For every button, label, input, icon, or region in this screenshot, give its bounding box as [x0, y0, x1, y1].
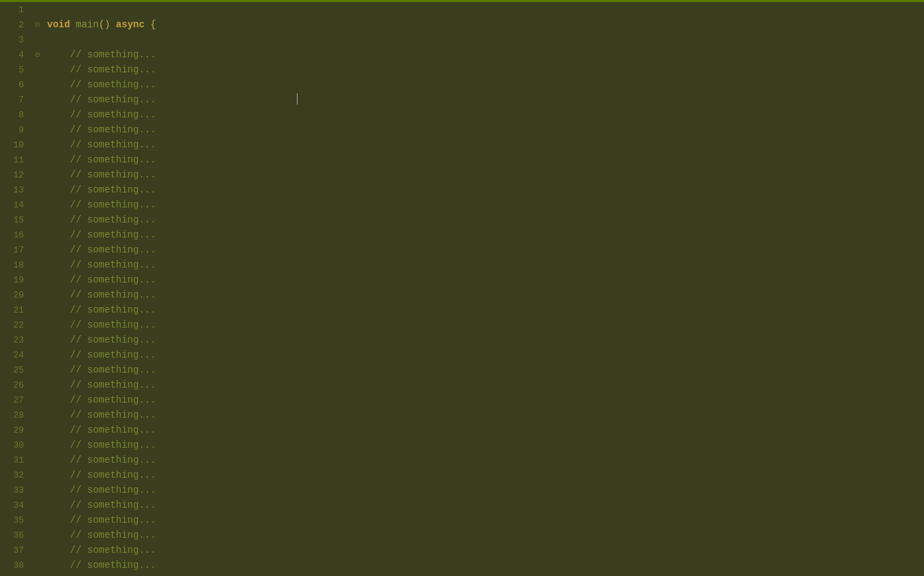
line-content[interactable]: // something... [44, 184, 924, 195]
comment-text: // something... [47, 289, 156, 300]
line-content[interactable]: // something... [44, 470, 924, 480]
line-content[interactable]: // something... [44, 154, 924, 165]
line-number: 26 [0, 380, 31, 390]
code-line: 3 [0, 32, 924, 47]
comment-text: // something... [47, 334, 156, 345]
code-line: 9 // something... [0, 122, 924, 137]
code-editor[interactable]: 12⊟void main() async {34⊟ // something..… [0, 0, 924, 576]
line-content[interactable]: // something... [44, 379, 924, 390]
code-line: 8 // something... [0, 107, 924, 122]
comment-text: // something... [47, 515, 156, 525]
line-content[interactable]: // something... [44, 94, 924, 105]
code-line: 33 // something... [0, 483, 924, 498]
line-content[interactable]: // something... [44, 440, 924, 450]
line-number: 9 [0, 125, 31, 135]
line-content[interactable]: // something... [44, 334, 924, 345]
line-number: 27 [0, 395, 31, 405]
line-number: 8 [0, 110, 31, 120]
line-content[interactable]: // something... [44, 515, 924, 525]
code-line: 19 // something... [0, 272, 924, 287]
line-content[interactable]: // something... [44, 274, 924, 285]
line-content[interactable]: // something... [44, 49, 924, 60]
line-content[interactable]: // something... [44, 424, 924, 435]
code-line: 20 // something... [0, 287, 924, 302]
line-number: 32 [0, 470, 31, 480]
line-number: 37 [0, 545, 31, 556]
line-number: 11 [0, 155, 31, 165]
comment-text: // something... [47, 545, 156, 556]
function-name: main [76, 19, 99, 30]
line-content[interactable]: // something... [44, 244, 924, 255]
line-number: 25 [0, 365, 31, 375]
gutter-icon[interactable]: ⊟ [31, 20, 44, 29]
line-content[interactable]: // something... [44, 289, 924, 300]
comment-text: // something... [47, 214, 156, 225]
line-content[interactable]: // something... [44, 530, 924, 541]
code-line: 14 // something... [0, 197, 924, 212]
line-content[interactable]: // something... [44, 124, 924, 135]
line-content[interactable]: // something... [44, 560, 924, 571]
line-number: 1 [0, 5, 31, 15]
line-content[interactable]: // something... [44, 139, 924, 150]
line-content[interactable]: // something... [44, 409, 924, 420]
code-line: 30 // something... [0, 437, 924, 452]
line-content[interactable]: // something... [44, 259, 924, 270]
gutter-icon[interactable]: ⊟ [31, 51, 44, 59]
line-content[interactable]: // something... [44, 394, 924, 405]
line-content[interactable]: // something... [44, 64, 924, 75]
line-content[interactable]: // something... [44, 169, 924, 180]
comment-text: // something... [47, 349, 156, 360]
comment-text: // something... [47, 440, 156, 450]
comment-text: // something... [47, 109, 156, 120]
line-content[interactable]: // something... [44, 109, 924, 120]
comment-text: // something... [47, 274, 156, 285]
code-area[interactable]: 12⊟void main() async {34⊟ // something..… [0, 2, 924, 576]
code-line: 25 // something... [0, 362, 924, 377]
line-number: 22 [0, 320, 31, 330]
code-line: 11 // something... [0, 152, 924, 167]
punctuation: () [99, 19, 111, 30]
line-content[interactable]: // something... [44, 349, 924, 360]
comment-text: // something... [47, 139, 156, 150]
line-content[interactable]: // something... [44, 304, 924, 315]
keyword-void: void [47, 19, 70, 30]
line-number: 31 [0, 455, 31, 465]
comment-text: // something... [47, 530, 156, 541]
comment-text: // something... [47, 424, 156, 435]
code-line: 29 // something... [0, 422, 924, 437]
line-content[interactable]: // something... [44, 545, 924, 556]
line-number: 17 [0, 245, 31, 255]
code-line: 7 // something... [0, 92, 924, 107]
code-line: 31 // something... [0, 452, 924, 467]
line-content[interactable]: // something... [44, 79, 924, 90]
comment-text: // something... [47, 79, 156, 90]
line-content[interactable]: // something... [44, 199, 924, 210]
line-number: 35 [0, 515, 31, 525]
code-line: 27 // something... [0, 392, 924, 407]
line-number: 28 [0, 410, 31, 420]
line-number: 5 [0, 65, 31, 75]
comment-text: // something... [47, 319, 156, 330]
comment-text: // something... [47, 154, 156, 165]
line-content[interactable]: // something... [44, 319, 924, 330]
comment-text: // something... [47, 229, 156, 240]
line-number: 20 [0, 290, 31, 300]
line-content[interactable]: // something... [44, 485, 924, 495]
comment-text: // something... [47, 199, 156, 210]
line-content[interactable]: // something... [44, 229, 924, 240]
line-content[interactable]: // something... [44, 364, 924, 375]
line-number: 21 [0, 305, 31, 315]
keyword-async: async [116, 19, 145, 30]
line-number: 16 [0, 230, 31, 240]
comment-text: // something... [47, 394, 156, 405]
line-content[interactable]: // something... [44, 500, 924, 510]
brace-open: { [150, 19, 156, 30]
line-content[interactable]: // something... [44, 455, 924, 465]
comment-text: // something... [47, 455, 156, 465]
comment-text: // something... [47, 259, 156, 270]
line-content[interactable]: // something... [44, 214, 924, 225]
code-line: 12 // something... [0, 167, 924, 182]
line-content[interactable]: void main() async { [44, 19, 924, 30]
code-line: 4⊟ // something... [0, 47, 924, 62]
comment-text: // something... [47, 485, 156, 495]
